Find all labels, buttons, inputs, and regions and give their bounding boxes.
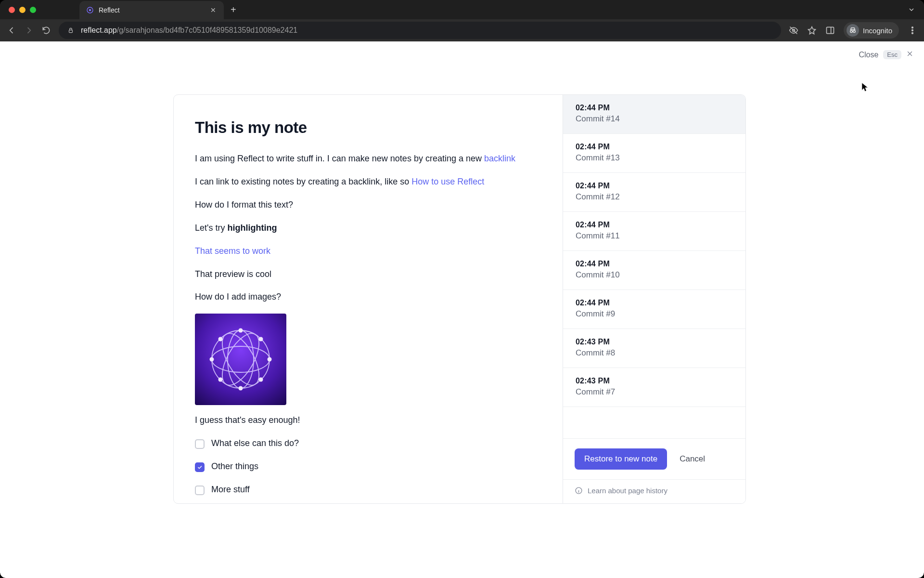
history-item[interactable]: 02:44 PMCommit #13 (563, 134, 745, 173)
note-paragraph: I am using Reflect to write stuff in. I … (195, 152, 541, 166)
checklist-item: Other things (195, 460, 541, 473)
checklist-label: Other things (211, 460, 258, 473)
history-item[interactable]: 02:43 PMCommit #8 (563, 329, 745, 368)
browser-tab[interactable]: Reflect ✕ (79, 1, 224, 19)
note-paragraph: That seems to work (195, 245, 541, 258)
tab-title: Reflect (99, 6, 120, 14)
howto-link[interactable]: How to use Reflect (411, 177, 484, 186)
svg-point-21 (218, 378, 223, 382)
checklist-label: More stuff (211, 483, 250, 497)
history-item[interactable]: 02:44 PMCommit #9 (563, 290, 745, 329)
close-bar: Close Esc (859, 50, 913, 59)
window-controls (9, 7, 36, 13)
info-icon (575, 486, 583, 495)
history-time: 02:44 PM (576, 104, 733, 112)
note-paragraph: How do I add images? (195, 290, 541, 304)
svg-rect-4 (827, 27, 834, 33)
preview-link[interactable]: That seems to work (195, 246, 270, 256)
side-panel-icon[interactable] (825, 26, 835, 35)
note-paragraph: Let's try highlighting (195, 222, 541, 235)
note-paragraph: I can link to existing notes by creating… (195, 175, 541, 189)
svg-point-20 (259, 337, 263, 342)
lock-icon (67, 27, 74, 34)
checklist-label: What else can this do? (211, 437, 299, 450)
close-window-icon[interactable] (9, 7, 15, 13)
history-item[interactable]: 02:44 PMCommit #11 (563, 212, 745, 251)
history-label: Commit #10 (576, 270, 733, 280)
note-paragraph: I guess that's easy enough! (195, 414, 541, 427)
svg-rect-2 (69, 30, 73, 32)
history-list: 02:44 PMCommit #1402:44 PMCommit #1302:4… (563, 95, 745, 438)
history-label: Commit #11 (576, 231, 733, 241)
note-paragraph: That preview is cool (195, 268, 541, 281)
history-label: Commit #8 (576, 348, 733, 358)
backlink-link[interactable]: backlink (484, 154, 515, 163)
learn-label: Learn about page history (588, 486, 667, 495)
history-time: 02:43 PM (576, 377, 733, 385)
new-tab-button[interactable]: + (231, 4, 236, 15)
note-paragraph: How do I format this text? (195, 198, 541, 212)
svg-point-19 (218, 337, 223, 342)
history-sidebar: 02:44 PMCommit #1402:44 PMCommit #1302:4… (563, 95, 745, 503)
back-icon[interactable] (7, 26, 16, 35)
history-item[interactable]: 02:44 PMCommit #10 (563, 251, 745, 290)
close-label: Close (859, 51, 878, 59)
checkbox[interactable] (195, 486, 205, 495)
svg-point-1 (89, 9, 91, 12)
svg-point-9 (912, 33, 913, 34)
note-title: This is my note (195, 115, 541, 140)
incognito-icon (847, 24, 859, 37)
esc-hint: Esc (883, 50, 901, 59)
restore-button[interactable]: Restore to new note (575, 448, 667, 470)
star-icon[interactable] (807, 26, 817, 35)
history-time: 02:43 PM (576, 338, 733, 346)
checkbox[interactable] (195, 462, 205, 472)
history-time: 02:44 PM (576, 143, 733, 151)
svg-point-6 (853, 30, 856, 33)
page-root: Close Esc This is my note I am using Ref… (0, 41, 924, 578)
history-item[interactable]: 02:43 PMCommit #7 (563, 368, 745, 407)
checklist-item: More stuff (195, 483, 541, 497)
history-label: Commit #7 (576, 387, 733, 397)
close-tab-icon[interactable]: ✕ (210, 6, 216, 14)
learn-link[interactable]: Learn about page history (563, 479, 745, 503)
incognito-badge[interactable]: Incognito (844, 22, 899, 39)
window-menu-icon[interactable] (908, 6, 915, 15)
maximize-window-icon[interactable] (30, 7, 36, 13)
checklist-item: What else can this do? (195, 437, 541, 450)
address-bar[interactable]: reflect.app/g/sarahjonas/bd4fb7c0510f489… (59, 22, 781, 39)
history-time: 02:44 PM (576, 299, 733, 307)
svg-point-11 (212, 346, 270, 372)
history-actions: Restore to new note Cancel (563, 438, 745, 479)
svg-point-18 (268, 357, 272, 362)
minimize-window-icon[interactable] (19, 7, 26, 13)
history-modal: This is my note I am using Reflect to wr… (173, 94, 746, 504)
browser-toolbar: reflect.app/g/sarahjonas/bd4fb7c0510f489… (0, 19, 924, 41)
close-button[interactable] (906, 50, 913, 59)
history-label: Commit #9 (576, 309, 733, 319)
history-label: Commit #13 (576, 153, 733, 163)
mouse-cursor-icon (861, 82, 869, 95)
svg-point-16 (239, 386, 243, 391)
history-time: 02:44 PM (576, 260, 733, 268)
window-titlebar: Reflect ✕ + (0, 0, 924, 19)
svg-point-17 (210, 357, 214, 362)
history-item[interactable]: 02:44 PMCommit #14 (563, 95, 745, 134)
history-time: 02:44 PM (576, 182, 733, 190)
svg-point-15 (239, 328, 243, 333)
eye-blocked-icon[interactable] (789, 26, 798, 35)
cancel-button[interactable]: Cancel (680, 454, 705, 464)
reload-icon[interactable] (41, 26, 51, 35)
note-preview: This is my note I am using Reflect to wr… (174, 95, 563, 503)
kebab-menu-icon[interactable] (908, 26, 917, 35)
embedded-image (195, 314, 286, 405)
incognito-label: Incognito (863, 26, 892, 35)
svg-point-22 (259, 378, 263, 382)
forward-icon[interactable] (24, 26, 34, 35)
svg-point-8 (912, 30, 913, 31)
history-item[interactable]: 02:44 PMCommit #12 (563, 173, 745, 212)
checkbox[interactable] (195, 439, 205, 449)
url-text: reflect.app/g/sarahjonas/bd4fb7c0510f489… (81, 26, 297, 35)
history-time: 02:44 PM (576, 221, 733, 229)
history-label: Commit #12 (576, 192, 733, 202)
